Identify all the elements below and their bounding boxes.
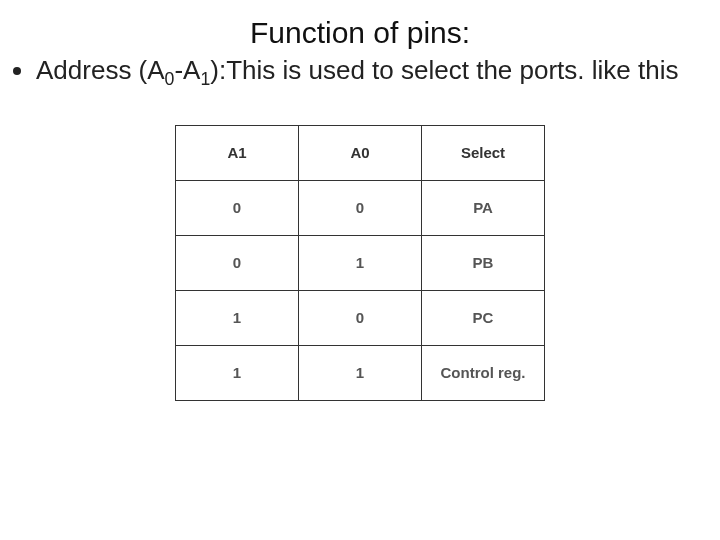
table-row: 0 0 PA	[176, 180, 545, 235]
col-header-a0: A0	[299, 125, 422, 180]
bullet-text-prefix: Address (A	[36, 55, 165, 85]
col-header-select: Select	[422, 125, 545, 180]
cell-a1: 0	[176, 235, 299, 290]
cell-select: PA	[422, 180, 545, 235]
cell-a0: 1	[299, 235, 422, 290]
col-header-a1: A1	[176, 125, 299, 180]
bullet-text-rest: ):This is used to select the ports. like…	[210, 55, 678, 85]
cell-a1: 1	[176, 290, 299, 345]
bullet-list: Address (A0-A1):This is used to select t…	[26, 54, 720, 87]
table-row: 1 1 Control reg.	[176, 345, 545, 400]
subscript-0: 0	[165, 69, 175, 89]
subscript-1: 1	[200, 69, 210, 89]
cell-a1: 0	[176, 180, 299, 235]
page-title: Function of pins:	[0, 16, 720, 50]
bullet-text-mid: -A	[174, 55, 200, 85]
cell-a1: 1	[176, 345, 299, 400]
cell-a0: 0	[299, 180, 422, 235]
cell-a0: 1	[299, 345, 422, 400]
bullet-item-address: Address (A0-A1):This is used to select t…	[36, 54, 680, 87]
address-truth-table-wrap: A1 A0 Select 0 0 PA 0 1 PB 1 0	[175, 125, 545, 401]
cell-a0: 0	[299, 290, 422, 345]
slide: Function of pins: Address (A0-A1):This i…	[0, 0, 720, 540]
cell-select: PC	[422, 290, 545, 345]
cell-select: Control reg.	[422, 345, 545, 400]
table-row: 1 0 PC	[176, 290, 545, 345]
table-header-row: A1 A0 Select	[176, 125, 545, 180]
address-truth-table: A1 A0 Select 0 0 PA 0 1 PB 1 0	[175, 125, 545, 401]
cell-select: PB	[422, 235, 545, 290]
table-row: 0 1 PB	[176, 235, 545, 290]
